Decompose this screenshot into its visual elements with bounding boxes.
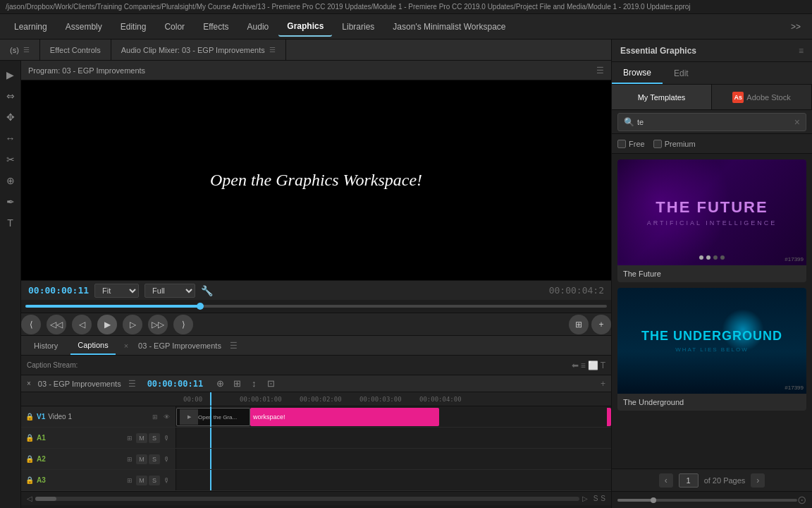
search-box[interactable]: 🔍 × [617, 113, 806, 131]
mute-a1[interactable]: M [136, 433, 147, 443]
tab-my-templates[interactable]: My Templates [612, 85, 712, 109]
razor-tool[interactable]: ✂ [2, 151, 19, 168]
template-card-underground[interactable]: THE UNDERGROUND WHAT LIES BELOW #17399 T… [617, 288, 806, 411]
next-page-btn[interactable]: › [751, 473, 765, 488]
menu-editing[interactable]: Editing [112, 18, 155, 36]
scroll-right[interactable]: ▷ [582, 495, 588, 502]
step-back-btn[interactable]: ◁◁ [47, 315, 66, 334]
scroll-left[interactable]: ◁ [27, 495, 32, 502]
scroll-circle-icon[interactable]: ⊙ [797, 493, 806, 507]
playhead-thumb[interactable] [197, 303, 204, 310]
align-right-icon[interactable]: ⬜ [588, 361, 598, 370]
menu-learning[interactable]: Learning [6, 18, 56, 36]
filter-premium[interactable]: Premium [653, 140, 696, 148]
mic-a3[interactable]: 🎙 [161, 476, 171, 485]
fit-select[interactable]: Fit 25% 50% 100% [94, 284, 139, 298]
tab-adobe-stock[interactable]: As Adobe Stock [712, 85, 812, 109]
menu-effects[interactable]: Effects [195, 18, 237, 36]
monitor-menu-icon[interactable]: ☰ [596, 66, 604, 75]
sync-a1[interactable]: ⊞ [125, 433, 135, 443]
timeline-scrollbar[interactable]: ◁ ▷ S S [21, 491, 611, 505]
select-tool[interactable]: ▶ [2, 66, 19, 83]
panel-tab-effect-controls[interactable]: Effect Controls [40, 40, 111, 60]
mic-a1[interactable]: 🎙 [161, 433, 171, 443]
align-center-icon[interactable]: ≡ [581, 361, 586, 370]
roll-edit-tool[interactable]: ↔ [2, 130, 19, 147]
current-timecode[interactable]: 00:00:00:11 [28, 285, 89, 296]
menu-graphics[interactable]: Graphics [278, 17, 332, 37]
menu-audio[interactable]: Audio [239, 18, 278, 36]
toggle-vis-v1[interactable]: 👁 [161, 412, 171, 422]
lock-icon-v1[interactable]: 🔒 [25, 413, 34, 421]
prev-page-btn[interactable]: ‹ [659, 473, 673, 488]
safe-margins-btn[interactable]: ⊞ [569, 315, 589, 334]
close-panel-icon[interactable]: × [124, 341, 128, 350]
sequence-tab[interactable]: 03 - EGP Improvements [138, 341, 221, 350]
timeline-tool-2[interactable]: ⊞ [230, 377, 244, 391]
tab-history[interactable]: History [27, 336, 65, 355]
timeline-timecode[interactable]: 00:00:00:11 [147, 379, 203, 389]
menu-workspace[interactable]: Jason's Minimalist Workspace [384, 18, 514, 36]
scroll-track[interactable] [35, 497, 579, 501]
mic-a2[interactable]: 🎙 [161, 454, 171, 464]
tab-captions[interactable]: Captions [70, 336, 115, 355]
template-card-future[interactable]: THE FUTURE ARTIFICIAL INTELLIGENCE #1739… [617, 159, 806, 282]
eg-menu-icon[interactable]: ≡ [799, 46, 804, 56]
step-fwd-btn[interactable]: ▷▷ [148, 315, 168, 334]
go-to-in-point-btn[interactable]: ⟨ [21, 315, 41, 334]
scroll-thumb[interactable] [35, 497, 56, 501]
zoom-slider[interactable] [617, 499, 797, 502]
wrench-icon[interactable]: 🔧 [201, 285, 213, 296]
main-video-clip[interactable]: workspace! [250, 408, 439, 426]
slip-tool[interactable]: ⊕ [2, 172, 19, 189]
lock-icon-a3[interactable]: 🔒 [25, 476, 34, 484]
quality-select[interactable]: Full Half Quarter [144, 284, 195, 298]
zoom-thumb[interactable] [651, 497, 656, 503]
monitor-progress-bar[interactable] [21, 300, 611, 313]
solo-a3[interactable]: S [149, 476, 160, 485]
previous-frame-btn[interactable]: ◁ [72, 315, 92, 334]
tab-edit[interactable]: Edit [663, 62, 700, 84]
track-select-tool[interactable]: ⇔ [2, 87, 19, 104]
next-frame-btn[interactable]: ▷ [123, 315, 142, 334]
text-tool[interactable]: T [2, 214, 19, 231]
mute-a3[interactable]: M [136, 476, 147, 485]
timeline-tool-3[interactable]: ↕ [247, 377, 261, 391]
timeline-menu-icon[interactable]: ☰ [128, 379, 136, 389]
toggle-sync-v1[interactable]: ⊞ [150, 412, 160, 422]
panel-tab-audio-clip-mixer[interactable]: Audio Clip Mixer: 03 - EGP Improvements … [111, 40, 286, 60]
mute-a2[interactable]: M [136, 454, 147, 464]
close-timeline-icon[interactable]: × [27, 380, 31, 387]
tab-browse[interactable]: Browse [612, 62, 663, 84]
menu-assembly[interactable]: Assembly [57, 18, 111, 36]
add-marker-btn[interactable]: + [591, 315, 611, 334]
go-to-out-point-btn[interactable]: ⟩ [173, 315, 193, 334]
timeline-tool-1[interactable]: ⊕ [213, 377, 227, 391]
add-track-btn[interactable]: + [601, 379, 605, 389]
filter-free[interactable]: Free [617, 140, 645, 148]
pen-tool[interactable]: ✒ [2, 193, 19, 210]
sync-a2[interactable]: ⊞ [125, 454, 135, 464]
timeline-tool-4[interactable]: ⊡ [264, 377, 278, 391]
sequence-menu-icon[interactable]: ☰ [230, 341, 238, 351]
menu-more[interactable]: >> [785, 19, 806, 35]
page-input[interactable] [679, 473, 699, 488]
ripple-edit-tool[interactable]: ✥ [2, 109, 19, 126]
checkbox-free[interactable] [617, 140, 626, 148]
search-input[interactable] [637, 118, 792, 126]
solo-a2[interactable]: S [149, 454, 160, 464]
lock-icon-a1[interactable]: 🔒 [25, 434, 34, 442]
track-content-a1 [176, 428, 611, 448]
play-pause-btn[interactable]: ▶ [97, 315, 117, 334]
sync-a3[interactable]: ⊞ [125, 476, 135, 485]
lock-icon-a2[interactable]: 🔒 [25, 455, 34, 463]
text-format-icon[interactable]: T [601, 361, 605, 370]
align-left-icon[interactable]: ⬅ [572, 361, 579, 370]
timeline-scrubber[interactable] [25, 305, 607, 308]
menu-color[interactable]: Color [156, 18, 193, 36]
panel-tab-s[interactable]: (s) ☰ [0, 40, 40, 60]
search-clear-icon[interactable]: × [794, 116, 800, 128]
solo-a1[interactable]: S [149, 433, 160, 443]
menu-libraries[interactable]: Libraries [333, 18, 383, 36]
checkbox-premium[interactable] [653, 140, 662, 148]
